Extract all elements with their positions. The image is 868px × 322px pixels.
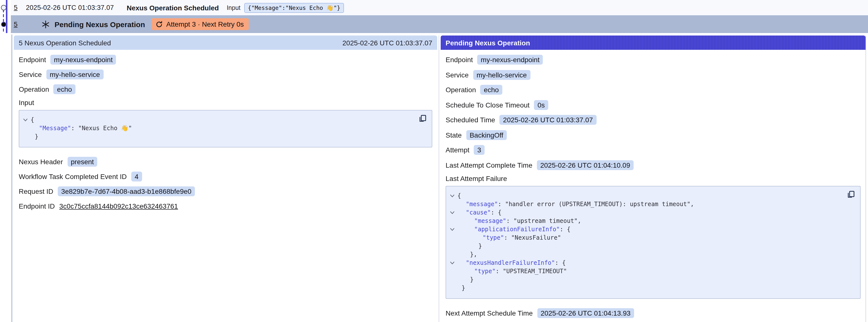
json-line-text: "message": "handler error (UPSTREAM_TIME… — [458, 200, 694, 208]
event-id-link[interactable]: 5 — [14, 4, 18, 11]
retry-attempt-badge: Attempt 3 · Next Retry 0s — [152, 18, 249, 30]
json-token: : { — [560, 226, 570, 233]
scheduled-panel-title: 5 Nexus Operation Scheduled — [19, 39, 111, 46]
json-token: } — [470, 276, 473, 283]
field-label: Request ID — [19, 187, 53, 195]
json-line-text: "type": "UPSTREAM_TIMEOUT" — [458, 267, 567, 276]
gutter-spacer — [450, 242, 458, 251]
json-line: "type": "NexusFailure" — [450, 234, 840, 242]
field-schedule-to-close-timeout: Schedule To Close Timeout0s — [445, 99, 861, 110]
field-value-link[interactable]: 3c0c75ccfa8144b092c13ce632463761 — [59, 202, 178, 210]
json-token: "NexusFailure" — [511, 234, 561, 241]
gutter-spacer — [450, 200, 458, 208]
field-label: Operation — [445, 86, 476, 94]
pending-operation-panel: Pending Nexus Operation Endpointmy-nexus… — [441, 35, 866, 322]
field-next-attempt-schedule-time: Next Attempt Schedule Time2025-02-26 UTC… — [445, 308, 861, 319]
json-token: "UPSTREAM_TIMEOUT" — [503, 268, 567, 275]
field-operation: Operationecho — [445, 84, 861, 95]
event-timestamp: 2025-02-26 UTC 01:03:37.07 — [26, 4, 114, 11]
json-key: "type" — [474, 268, 496, 275]
json-token: : — [504, 234, 511, 241]
gutter-spacer — [450, 234, 458, 242]
json-line: { — [450, 192, 840, 200]
json-line: "type": "UPSTREAM_TIMEOUT" — [450, 267, 840, 276]
input-payload-chip: {"Message":"Nexus Echo 👋"} — [245, 3, 344, 12]
field-service: Servicemy-hello-service — [19, 69, 432, 80]
collapse-chevron-icon[interactable] — [23, 116, 31, 124]
field-nexus-header: Nexus Headerpresent — [19, 156, 432, 167]
json-line: "Message": "Nexus Echo 👋" — [23, 124, 412, 133]
gutter-spacer — [23, 133, 31, 141]
json-line: }, — [450, 251, 840, 259]
json-line: } — [450, 242, 840, 251]
field-value-badge: present — [67, 157, 97, 167]
field-label: Schedule To Close Timeout — [445, 101, 529, 109]
field-endpoint-id: Endpoint ID3c0c75ccfa8144b092c13ce632463… — [19, 201, 432, 212]
json-token: : — [506, 218, 514, 224]
field-value-badge: echo — [54, 84, 75, 94]
field-label: Next Attempt Schedule Time — [445, 309, 533, 317]
event-row-scheduled[interactable]: 5 2025-02-26 UTC 01:03:37.07 Nexus Opera… — [11, 0, 868, 15]
input-label: Input — [227, 4, 241, 11]
json-line: } — [450, 276, 840, 284]
json-line-text: }, — [458, 251, 477, 259]
gutter-spacer — [450, 267, 458, 276]
event-row-pending[interactable]: 5 Pending Nexus Operation Attempt 3 · Ne… — [11, 15, 868, 33]
field-value-badge: 2025-02-26 UTC 01:04:10.09 — [537, 160, 633, 170]
field-label: Scheduled Time — [445, 116, 495, 124]
json-line-text: { — [31, 116, 34, 124]
input-json-viewer: {"Message": "Nexus Echo 👋"} — [19, 110, 432, 148]
json-token: : — [71, 125, 78, 132]
field-value-badge: my-nexus-endpoint — [51, 55, 116, 65]
field-value-badge: 3e829b7e-7d67-4b08-aad3-b1e868bfe9e0 — [58, 186, 195, 196]
collapse-chevron-icon[interactable] — [450, 259, 458, 267]
field-label: Nexus Header — [19, 158, 63, 166]
json-token: { — [458, 192, 461, 199]
json-token: : — [496, 268, 503, 275]
field-request-id: Request ID3e829b7e-7d67-4b08-aad3-b1e868… — [19, 186, 432, 197]
workflow-event-history-view: 5 2025-02-26 UTC 01:03:37.07 Nexus Opera… — [0, 0, 868, 322]
field-state: StateBackingOff — [445, 129, 861, 140]
gutter-spacer — [450, 251, 458, 259]
last-attempt-failure-label: Last Attempt Failure — [445, 174, 861, 183]
input-label: Input — [19, 99, 432, 106]
failure-json-viewer: {"message": "handler error (UPSTREAM_TIM… — [445, 186, 861, 299]
copy-icon — [847, 190, 855, 199]
json-line-text: "type": "NexusFailure" — [458, 234, 561, 242]
field-label: Attempt — [445, 146, 469, 154]
event-id-link[interactable]: 5 — [14, 21, 18, 28]
timeline-node-open-icon — [1, 5, 6, 10]
json-line: "nexusHandlerFailureInfo": { — [450, 259, 840, 267]
json-line: } — [450, 284, 840, 292]
json-token: : { — [491, 209, 501, 216]
json-line-text: "nexusHandlerFailureInfo": { — [458, 259, 566, 267]
pending-panel-title: Pending Nexus Operation — [445, 39, 530, 46]
field-service: Servicemy-hello-service — [445, 69, 861, 80]
collapse-chevron-icon[interactable] — [450, 192, 458, 200]
timeline-accent-bar — [6, 0, 7, 33]
field-value-badge: echo — [480, 85, 502, 95]
field-label: Workflow Task Completed Event ID — [19, 172, 127, 181]
collapse-chevron-icon[interactable] — [450, 225, 458, 234]
copy-button[interactable] — [847, 190, 855, 199]
timeline-node-current-icon — [1, 22, 6, 27]
json-line-text: "message": "upstream timeout", — [458, 217, 581, 225]
json-key: "cause" — [466, 209, 491, 216]
field-value-badge: 3 — [474, 145, 485, 155]
field-label: Endpoint — [19, 56, 46, 64]
json-line-text: { — [458, 192, 461, 200]
json-token: } — [35, 133, 38, 140]
json-key: "Message" — [39, 125, 71, 132]
collapse-chevron-icon[interactable] — [450, 208, 458, 217]
field-label: Last Attempt Complete Time — [445, 161, 532, 169]
scheduled-panel-header: 5 Nexus Operation Scheduled 2025-02-26 U… — [14, 35, 437, 50]
copy-button[interactable] — [418, 115, 427, 123]
panel-divider — [439, 35, 439, 322]
field-label: Endpoint — [445, 56, 473, 64]
timeline-connector-line — [3, 9, 4, 32]
field-value-badge: my-hello-service — [46, 69, 103, 79]
json-line: "message": "upstream timeout", — [450, 217, 840, 225]
json-key: "nexusHandlerFailureInfo" — [466, 259, 555, 266]
json-token: { — [31, 117, 34, 123]
json-token: : — [498, 201, 505, 207]
